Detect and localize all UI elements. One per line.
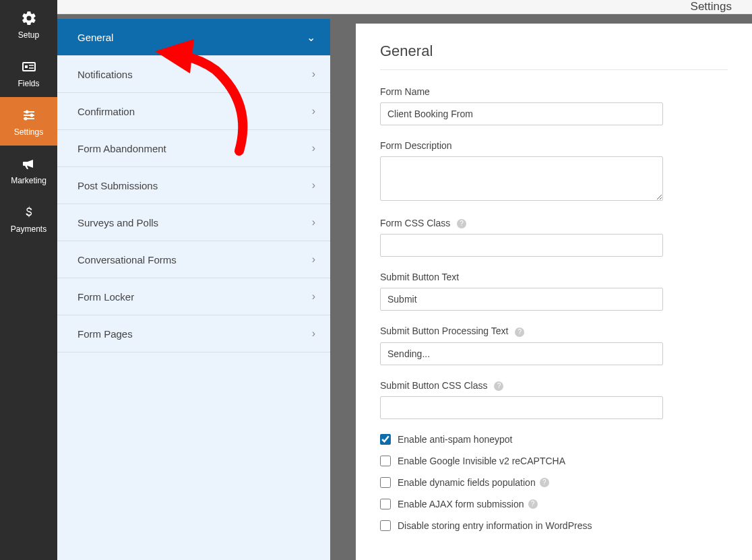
- subpanel-general[interactable]: General ⌄: [57, 19, 330, 56]
- subpanel-label: Form Pages: [77, 328, 133, 340]
- sliders-icon: [21, 106, 37, 125]
- page-header: Settings: [57, 0, 752, 14]
- svg-point-9: [24, 117, 27, 121]
- input-form-css-class[interactable]: [380, 234, 663, 257]
- gear-icon: [21, 9, 37, 28]
- input-submit-button-processing[interactable]: [380, 342, 663, 365]
- help-icon[interactable]: ?: [528, 499, 538, 509]
- help-icon[interactable]: ?: [540, 478, 549, 487]
- help-icon[interactable]: ?: [457, 219, 466, 228]
- main-area: General Form Name Form Description Form …: [330, 14, 752, 560]
- bullhorn-icon: [21, 154, 37, 173]
- chevron-right-icon: ›: [312, 290, 315, 303]
- svg-point-7: [30, 114, 33, 117]
- checkbox-label: Enable anti-spam honeypot: [398, 434, 512, 445]
- checkbox-disable-storing[interactable]: Disable storing entry information in Wor…: [380, 520, 728, 531]
- left-rail-label: Setup: [18, 30, 39, 40]
- subpanel-form-pages[interactable]: Form Pages ›: [57, 315, 330, 352]
- left-rail-settings[interactable]: Settings: [0, 97, 57, 146]
- svg-rect-1: [25, 65, 28, 68]
- label-submit-button-processing: Submit Button Processing Text ?: [380, 325, 728, 336]
- subpanel-post-submissions[interactable]: Post Submissions ›: [57, 167, 330, 204]
- left-rail-fields[interactable]: Fields: [0, 49, 57, 97]
- subpanel-label: Form Abandonment: [77, 143, 166, 154]
- subpanel-label: Confirmation: [77, 106, 135, 117]
- subpanel-confirmation[interactable]: Confirmation ›: [57, 93, 330, 130]
- subpanel-form-abandonment[interactable]: Form Abandonment ›: [57, 130, 330, 167]
- help-icon[interactable]: ?: [494, 381, 503, 391]
- settings-subpanel: General ⌄ Notifications › Confirmation ›…: [57, 19, 330, 560]
- field-form-description: Form Description: [380, 140, 728, 203]
- subpanel-label: Notifications: [77, 69, 133, 80]
- input-submit-button-css[interactable]: [380, 396, 663, 419]
- left-rail-label: Settings: [14, 127, 43, 137]
- subpanel-label: Form Locker: [77, 291, 134, 303]
- checkbox-input[interactable]: [380, 520, 391, 531]
- subpanel-label: Surveys and Polls: [77, 217, 158, 228]
- subpanel-conversational-forms[interactable]: Conversational Forms ›: [57, 241, 330, 278]
- subpanel-spacer: [57, 352, 330, 560]
- checkbox-label: Enable AJAX form submission: [398, 499, 524, 509]
- label-submit-button-css: Submit Button CSS Class ?: [380, 380, 728, 391]
- checkbox-input[interactable]: [380, 477, 391, 488]
- checkbox-input[interactable]: [380, 456, 391, 466]
- left-rail-marketing[interactable]: Marketing: [0, 146, 57, 194]
- textarea-form-description[interactable]: [380, 156, 663, 201]
- chevron-right-icon: ›: [312, 328, 315, 340]
- checkbox-honeypot[interactable]: Enable anti-spam honeypot: [380, 434, 728, 445]
- field-submit-button-text: Submit Button Text: [380, 272, 728, 311]
- label-text: Submit Button CSS Class: [380, 380, 488, 391]
- label-text: Form CSS Class: [380, 218, 450, 228]
- divider: [380, 69, 728, 70]
- checkbox-label: Disable storing entry information in Wor…: [398, 520, 592, 531]
- label-text: Submit Button Processing Text: [380, 325, 508, 336]
- field-form-name: Form Name: [380, 86, 728, 125]
- chevron-down-icon: ⌄: [307, 31, 315, 44]
- card-heading: General: [380, 42, 728, 60]
- checkbox-ajax[interactable]: Enable AJAX form submission ?: [380, 499, 728, 509]
- app-root: Setup Fields Settings Marketing Payments: [0, 0, 752, 560]
- left-rail-payments[interactable]: Payments: [0, 194, 57, 243]
- left-rail-label: Payments: [11, 224, 46, 234]
- fields-icon: [21, 57, 37, 76]
- field-submit-button-css: Submit Button CSS Class ?: [380, 380, 728, 419]
- input-submit-button-text[interactable]: [380, 288, 663, 311]
- subpanel-label: Post Submissions: [77, 180, 158, 191]
- subpanel-form-locker[interactable]: Form Locker ›: [57, 278, 330, 315]
- left-rail: Setup Fields Settings Marketing Payments: [0, 0, 57, 560]
- dollar-icon: [22, 203, 36, 222]
- subpanel-surveys-polls[interactable]: Surveys and Polls ›: [57, 204, 330, 241]
- checkbox-recaptcha[interactable]: Enable Google Invisible v2 reCAPTCHA: [380, 456, 728, 466]
- label-form-css-class: Form CSS Class ?: [380, 218, 728, 228]
- left-rail-setup[interactable]: Setup: [0, 0, 57, 49]
- subpanel-label: Conversational Forms: [77, 254, 177, 266]
- page-title: Settings: [691, 0, 732, 13]
- left-rail-label: Marketing: [11, 176, 46, 185]
- svg-point-5: [25, 111, 28, 114]
- field-form-css-class: Form CSS Class ?: [380, 218, 728, 257]
- checkbox-label: Enable dynamic fields population: [398, 477, 536, 488]
- right-column: Settings General ⌄ Notifications › Confi…: [57, 0, 752, 560]
- chevron-right-icon: ›: [312, 179, 315, 191]
- checkbox-input[interactable]: [380, 499, 391, 509]
- chevron-right-icon: ›: [312, 68, 315, 80]
- chevron-right-icon: ›: [312, 105, 315, 117]
- checkbox-dynamic-fields[interactable]: Enable dynamic fields population ?: [380, 477, 728, 488]
- checkbox-label: Enable Google Invisible v2 reCAPTCHA: [398, 456, 565, 466]
- svg-rect-0: [23, 63, 35, 71]
- settings-card: General Form Name Form Description Form …: [356, 24, 752, 560]
- chevron-right-icon: ›: [312, 253, 315, 266]
- subpanel-notifications[interactable]: Notifications ›: [57, 56, 330, 93]
- label-submit-button-text: Submit Button Text: [380, 272, 728, 282]
- input-form-name[interactable]: [380, 102, 663, 125]
- left-rail-label: Fields: [18, 79, 39, 88]
- label-form-description: Form Description: [380, 140, 728, 151]
- field-submit-button-processing: Submit Button Processing Text ?: [380, 325, 728, 365]
- chevron-right-icon: ›: [312, 142, 315, 154]
- subpanel-label: General: [77, 32, 113, 43]
- checkbox-input[interactable]: [380, 434, 391, 445]
- label-form-name: Form Name: [380, 86, 728, 97]
- chevron-right-icon: ›: [312, 216, 315, 228]
- help-icon[interactable]: ?: [515, 328, 524, 337]
- content-row: General ⌄ Notifications › Confirmation ›…: [57, 14, 752, 560]
